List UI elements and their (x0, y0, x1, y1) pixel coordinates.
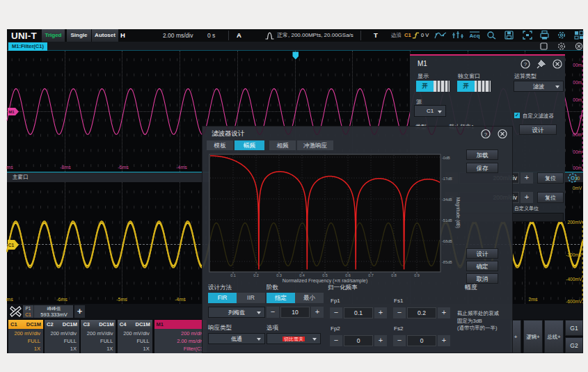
svg-text:-51dB: -51dB (442, 218, 452, 223)
svg-text:00m: 00m (573, 132, 582, 137)
svg-text:-200mV: -200mV (566, 252, 582, 257)
svg-text:0: 0 (579, 115, 582, 120)
svg-text:-4ms: -4ms (176, 165, 187, 170)
svg-text:-5ms: -5ms (116, 297, 127, 302)
svg-text:00m: 00m (573, 165, 582, 170)
svg-text:-6ms: -6ms (56, 297, 67, 302)
svg-text:0.1: 0.1 (230, 273, 236, 277)
svg-text:-400mV: -400mV (566, 277, 582, 282)
svg-text:00m: 00m (573, 149, 582, 154)
svg-text:0mV: 0mV (573, 186, 582, 191)
svg-text:-4ms: -4ms (175, 297, 186, 302)
svg-text:?: ? (484, 131, 488, 138)
svg-text:M1: M1 (8, 110, 15, 114)
svg-text:-0dB: -0dB (442, 156, 450, 160)
svg-text:0.9: 0.9 (414, 273, 420, 277)
svg-text:0.4: 0.4 (299, 273, 305, 277)
svg-text:Acq: Acq (469, 33, 479, 39)
svg-text:ms: ms (6, 165, 13, 170)
svg-text:-85dB: -85dB (442, 260, 452, 264)
svg-text:2ms: 2ms (528, 297, 538, 302)
svg-text:0.7: 0.7 (368, 273, 374, 277)
svg-text:00m: 00m (573, 63, 582, 67)
svg-text:-600mV: -600mV (566, 299, 582, 304)
svg-text:0.2: 0.2 (253, 273, 259, 277)
svg-text:-68dB: -68dB (442, 239, 452, 243)
svg-text:00m: 00m (573, 80, 582, 85)
svg-text:-6ms: -6ms (118, 165, 129, 170)
svg-text:00m: 00m (573, 97, 582, 102)
svg-text:Normalized Frequency (×π rad/s: Normalized Frequency (×π rad/sample) (283, 278, 368, 284)
svg-text:-17dB: -17dB (442, 177, 452, 181)
svg-text:-34dB: -34dB (442, 197, 452, 202)
svg-text:?: ? (524, 61, 527, 67)
svg-text:0.5: 0.5 (322, 273, 328, 277)
svg-text:0.3: 0.3 (276, 273, 282, 277)
svg-text:C1: C1 (8, 243, 15, 248)
svg-text:0.6: 0.6 (345, 273, 351, 277)
svg-text:-8ms: -8ms (60, 165, 71, 170)
svg-text:ms: ms (6, 297, 13, 302)
svg-text:Magnitude (dB): Magnitude (dB) (455, 197, 461, 228)
svg-text:200mV: 200mV (567, 220, 582, 225)
svg-text:0.8: 0.8 (391, 273, 397, 277)
